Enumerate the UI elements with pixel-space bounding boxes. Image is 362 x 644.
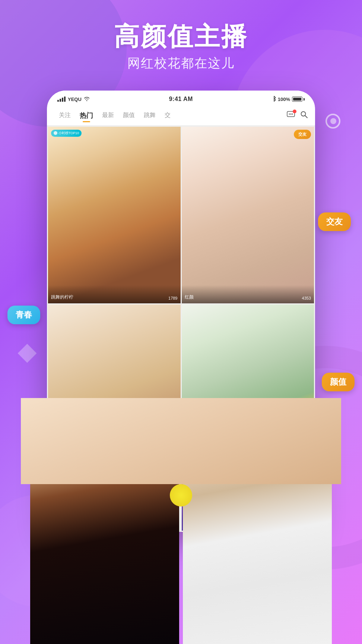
stream-viewers-1: 1789 bbox=[168, 296, 177, 300]
stream-name-1: 跳舞的柠柠 bbox=[51, 294, 73, 300]
status-bar: YEQU 9:41 AM 100% bbox=[47, 91, 315, 106]
top-badge-icon-1 bbox=[54, 131, 57, 135]
signal-bar-1 bbox=[57, 100, 59, 102]
stream-card-4-overlay: 花舞 2369 bbox=[182, 463, 314, 481]
stream-card-2[interactable]: 红颜 4353 交友 bbox=[182, 127, 314, 303]
floating-yanzhi-tag: 颜值 bbox=[322, 373, 355, 391]
page-content: 高颜值主播 网红校花都在这儿 YEQU bbox=[0, 0, 362, 532]
stream-grid: 跳舞的柠柠 1789 小时榜TOP10 红颜 4353 交友 bbox=[47, 126, 315, 532]
headline: 高颜值主播 网红校花都在这儿 bbox=[114, 22, 248, 72]
wifi-icon bbox=[84, 96, 90, 102]
headline-main: 高颜值主播 bbox=[114, 22, 248, 50]
stream-name-2: 红颜 bbox=[185, 294, 194, 300]
signal-bar-4 bbox=[64, 97, 66, 102]
stream-card-5[interactable]: 花 bbox=[48, 482, 85, 531]
battery-icon bbox=[292, 97, 305, 102]
stream-6-badge: 你 bbox=[203, 485, 215, 494]
svg-point-3 bbox=[292, 114, 293, 115]
stream-name-3: 丢丢呀 bbox=[51, 472, 64, 478]
stream-viewers-2: 4353 bbox=[302, 296, 311, 300]
status-time: 9:41 AM bbox=[169, 96, 193, 102]
stream-card-3[interactable]: 丢丢呀 424 bbox=[48, 304, 181, 481]
stream-name-4: 花舞 bbox=[185, 472, 194, 478]
status-right: 100% bbox=[272, 96, 305, 103]
battery-body bbox=[292, 97, 302, 102]
message-badge bbox=[293, 110, 296, 113]
signal-bars bbox=[57, 97, 66, 102]
stream-5-badge: 花 bbox=[70, 485, 82, 494]
bluetooth-icon bbox=[272, 96, 276, 103]
message-button[interactable] bbox=[287, 111, 295, 120]
stream-card-4[interactable]: 花舞 2369 bbox=[182, 304, 314, 481]
svg-point-1 bbox=[289, 114, 290, 115]
stream-card-1[interactable]: 跳舞的柠柠 1789 小时榜TOP10 bbox=[48, 127, 181, 303]
stream-viewers-4: 2369 bbox=[302, 474, 311, 478]
headline-sub: 网红校花都在这儿 bbox=[114, 55, 248, 72]
nav-icons bbox=[287, 111, 308, 120]
battery-tip bbox=[304, 98, 305, 101]
stream-card-6[interactable]: 你 bbox=[182, 482, 218, 531]
top-badge-text-1: 小时榜TOP10 bbox=[58, 131, 79, 136]
stream-card-1-overlay: 跳舞的柠柠 1789 bbox=[48, 285, 181, 303]
floating-qingchun-tag: 青春 bbox=[7, 306, 40, 324]
battery-fill bbox=[293, 98, 301, 101]
tab-jiao[interactable]: 交 bbox=[160, 110, 175, 121]
tab-tiaowu[interactable]: 跳舞 bbox=[139, 110, 160, 121]
signal-bar-2 bbox=[60, 99, 61, 102]
top-badge-1: 小时榜TOP10 bbox=[51, 130, 82, 137]
floating-jiayou-tag: 交友 bbox=[318, 212, 351, 231]
tab-guanzhu[interactable]: 关注 bbox=[54, 110, 75, 121]
svg-point-2 bbox=[290, 114, 292, 115]
tab-zuixin[interactable]: 最新 bbox=[98, 110, 118, 121]
stream-card-3-overlay: 丢丢呀 424 bbox=[48, 463, 181, 481]
carrier-text: YEQU bbox=[68, 97, 82, 102]
signal-bar-3 bbox=[62, 98, 63, 102]
search-button[interactable] bbox=[300, 111, 308, 120]
jiayou-tag: 交友 bbox=[294, 130, 311, 139]
phone-mockup: YEQU 9:41 AM 100% bbox=[47, 91, 315, 532]
battery-percent: 100% bbox=[278, 97, 290, 102]
stream-viewers-3: 424 bbox=[171, 474, 177, 478]
tab-remen[interactable]: 热门 bbox=[75, 110, 98, 121]
tab-yanzhi[interactable]: 颜值 bbox=[118, 110, 139, 121]
stream-grid-container: 跳舞的柠柠 1789 小时榜TOP10 红颜 4353 交友 bbox=[47, 126, 315, 532]
nav-tabs: 关注 热门 最新 颜值 跳舞 交 bbox=[47, 106, 315, 126]
stream-card-2-overlay: 红颜 4353 bbox=[182, 285, 314, 303]
status-left: YEQU bbox=[57, 96, 90, 102]
svg-line-5 bbox=[305, 116, 307, 118]
